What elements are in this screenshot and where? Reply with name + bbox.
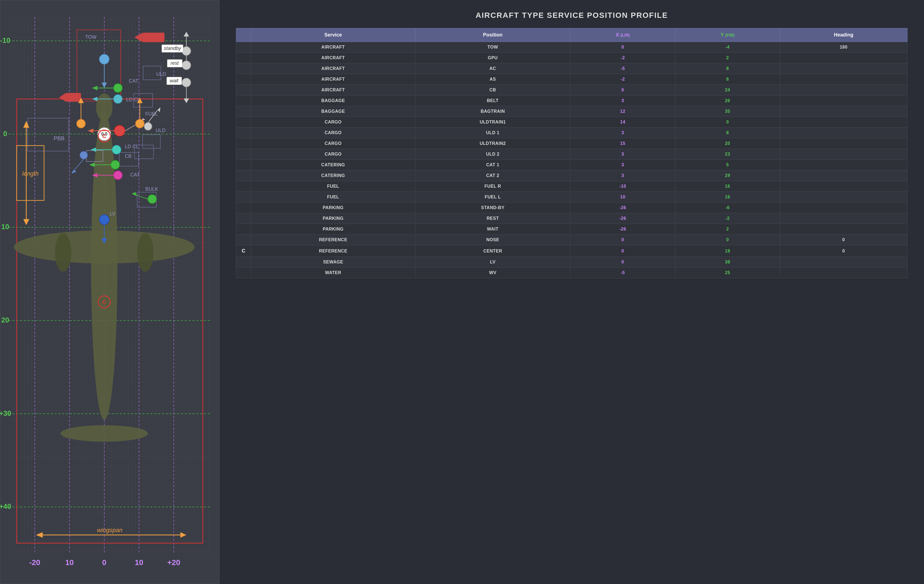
cell-position: TOW	[415, 42, 570, 53]
cell-service: AIRCRAFT	[251, 42, 415, 53]
cell-service: BAGGAGE	[251, 106, 415, 117]
col-marker	[236, 28, 251, 42]
svg-point-39	[99, 55, 109, 64]
cell-marker	[236, 213, 251, 224]
table-row: PARKINGSTAND-BY-26-6	[236, 202, 908, 213]
cell-y: 0	[675, 117, 780, 127]
cell-x: 3	[570, 160, 675, 170]
cell-y: 18	[675, 245, 780, 257]
svg-point-84	[80, 151, 87, 159]
cell-marker	[236, 42, 251, 53]
table-body: AIRCRAFTTOW0-4180AIRCRAFTGPU-22AIRCRAFTA…	[236, 42, 908, 278]
cell-service: BAGGAGE	[251, 96, 415, 106]
svg-point-87	[111, 160, 120, 169]
svg-point-26	[91, 113, 117, 420]
table-row: REFERENCENOSE000	[236, 235, 908, 245]
col-heading: Heading	[780, 28, 908, 42]
svg-text:PBB: PBB	[54, 135, 65, 141]
cell-heading	[780, 160, 908, 170]
cell-service: CARGO	[251, 138, 415, 149]
svg-point-28	[60, 425, 148, 442]
table-row: CARGOULDTRAIN1140	[236, 117, 908, 127]
cell-heading	[780, 96, 908, 106]
cell-position: WAIT	[415, 224, 570, 235]
svg-point-100	[99, 215, 109, 225]
cell-position: REST	[415, 213, 570, 224]
cell-service: REFERENCE	[251, 245, 415, 257]
cell-marker	[236, 53, 251, 63]
diagram-area: -20 10 0 10 +20 -10 0 10 20 +30 +40 PBB	[0, 0, 219, 584]
svg-point-62	[135, 119, 144, 128]
svg-text:CAT: CAT	[129, 78, 139, 84]
cell-heading	[780, 257, 908, 268]
svg-text:-10: -10	[0, 36, 10, 44]
cell-x: -26	[570, 224, 675, 235]
cell-y: 29	[675, 170, 780, 181]
svg-point-91	[114, 171, 122, 179]
table-row: FUELFUEL R-1016	[236, 181, 908, 192]
cell-position: CENTER	[415, 245, 570, 257]
cell-heading	[780, 74, 908, 85]
cell-heading	[780, 138, 908, 149]
svg-text:20: 20	[2, 316, 9, 324]
cell-y: 35	[675, 106, 780, 117]
cell-y: 38	[675, 257, 780, 268]
cell-x: 15	[570, 138, 675, 149]
svg-rect-56	[66, 93, 81, 102]
cell-x: 14	[570, 117, 675, 127]
cell-heading	[780, 127, 908, 138]
cell-position: CAT 2	[415, 170, 570, 181]
cell-x: 3	[570, 170, 675, 181]
cell-service: SEWAGE	[251, 257, 415, 268]
cell-x: 3	[570, 127, 675, 138]
svg-point-31	[137, 233, 153, 272]
svg-point-29	[96, 94, 112, 121]
svg-text:standby: standby	[164, 46, 182, 51]
svg-text:C: C	[102, 299, 106, 305]
svg-text:wingspan: wingspan	[97, 527, 123, 533]
svg-text:C: C	[102, 133, 106, 139]
cell-position: BELT	[415, 96, 570, 106]
table-row: AIRCRAFTAC-58	[236, 63, 908, 74]
table-row: CATERINGCAT 135	[236, 160, 908, 170]
cell-heading: 180	[780, 42, 908, 53]
cell-marker	[236, 85, 251, 96]
cell-x: -5	[570, 63, 675, 74]
cell-position: ULD 2	[415, 149, 570, 160]
cell-position: FUEL R	[415, 181, 570, 192]
cell-marker	[236, 202, 251, 213]
cell-service: WATER	[251, 268, 415, 278]
svg-point-42	[114, 126, 125, 136]
cell-service: AIRCRAFT	[251, 63, 415, 74]
table-row: AIRCRAFTAS-28	[236, 74, 908, 85]
cell-service: FUEL	[251, 181, 415, 192]
table-row: AIRCRAFTGPU-22	[236, 53, 908, 63]
cell-x: 3	[570, 149, 675, 160]
cell-marker	[236, 235, 251, 245]
cell-y: 26	[675, 96, 780, 106]
cell-heading	[780, 85, 908, 96]
cell-position: WV	[415, 268, 570, 278]
table-row: CREFERENCECENTER0180	[236, 245, 908, 257]
table-row: PARKINGREST-26-2	[236, 213, 908, 224]
cell-heading	[780, 268, 908, 278]
cell-marker: C	[236, 245, 251, 257]
svg-text:length: length	[22, 170, 39, 177]
cell-marker	[236, 138, 251, 149]
cell-y: -4	[675, 42, 780, 53]
cell-position: LV	[415, 257, 570, 268]
cell-position: ULDTRAIN1	[415, 117, 570, 127]
cell-position: ULD 1	[415, 127, 570, 138]
cell-y: 25	[675, 268, 780, 278]
table-area: AIRCRAFT TYPE SERVICE POSITION PROFILE S…	[219, 0, 924, 584]
svg-text:10: 10	[65, 558, 74, 567]
cell-service: PARKING	[251, 202, 415, 213]
svg-text:0: 0	[3, 130, 7, 137]
col-y: Y (F/B)	[675, 28, 780, 42]
cell-y: 2	[675, 224, 780, 235]
cell-marker	[236, 170, 251, 181]
cell-x: -10	[570, 181, 675, 192]
table-row: PARKINGWAIT-262	[236, 224, 908, 235]
cell-marker	[236, 268, 251, 278]
cell-heading	[780, 149, 908, 160]
